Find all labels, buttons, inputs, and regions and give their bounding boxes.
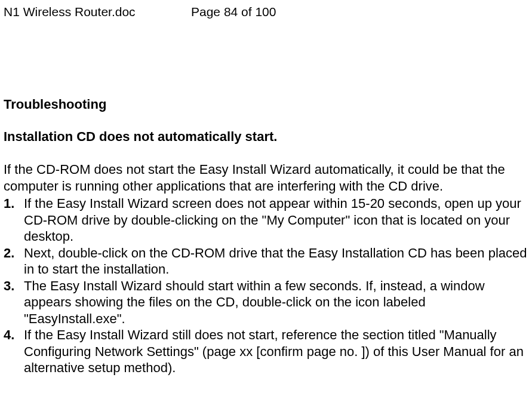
- page-indicator: Page 84 of 100: [191, 5, 528, 19]
- step-text: If the Easy Install Wizard screen does n…: [24, 195, 528, 245]
- step-text: If the Easy Install Wizard still does no…: [24, 327, 528, 376]
- list-item: 1. If the Easy Install Wizard screen doe…: [4, 195, 528, 245]
- document-filename: N1 Wireless Router.doc: [4, 5, 191, 19]
- step-number: 4.: [4, 327, 24, 343]
- list-item: 2. Next, double-click on the CD-ROM driv…: [4, 245, 528, 278]
- step-number: 3.: [4, 278, 24, 294]
- document-body: Troubleshooting Installation CD does not…: [0, 97, 532, 376]
- steps-list: 1. If the Easy Install Wizard screen doe…: [4, 195, 528, 376]
- step-text: Next, double-click on the CD-ROM drive t…: [24, 245, 528, 278]
- step-number: 2.: [4, 245, 24, 262]
- list-item: 4. If the Easy Install Wizard still does…: [4, 327, 528, 376]
- section-heading: Troubleshooting: [4, 97, 528, 112]
- sub-heading: Installation CD does not automatically s…: [4, 129, 528, 145]
- document-header: N1 Wireless Router.doc Page 84 of 100: [0, 0, 532, 19]
- step-number: 1.: [4, 195, 24, 212]
- list-item: 3. The Easy Install Wizard should start …: [4, 278, 528, 327]
- intro-paragraph: If the CD-ROM does not start the Easy In…: [4, 161, 528, 194]
- step-text: The Easy Install Wizard should start wit…: [24, 278, 528, 327]
